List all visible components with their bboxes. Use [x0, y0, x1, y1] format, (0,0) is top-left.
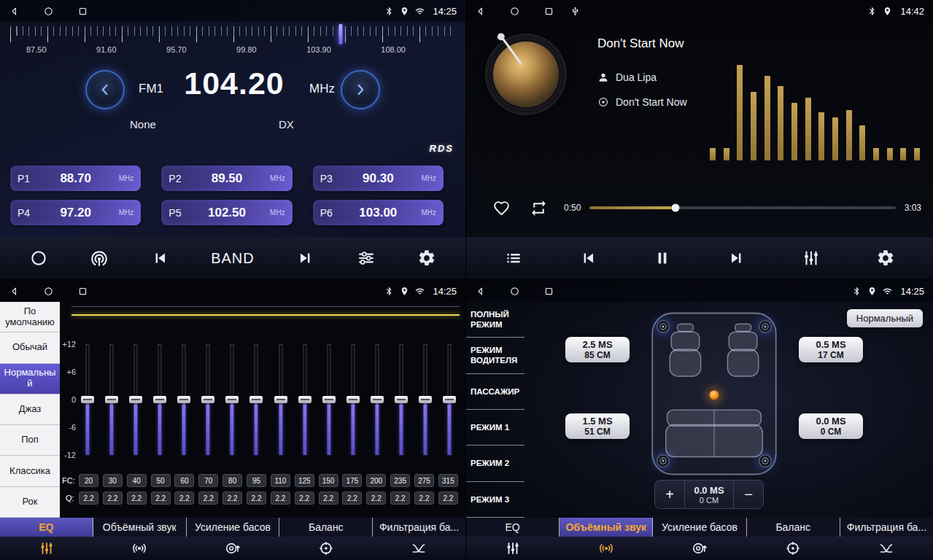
- speaker-rear-left-icon[interactable]: [657, 455, 670, 467]
- eq-band-slider[interactable]: [417, 344, 434, 455]
- tab-eq[interactable]: EQ: [466, 518, 560, 537]
- band-button[interactable]: BAND: [211, 250, 255, 267]
- sound-mode-item[interactable]: РЕЖИМ 2: [466, 446, 524, 481]
- tab-filter[interactable]: Фильтрация ба...: [840, 518, 933, 537]
- radio-preset-button[interactable]: P5 102.50 MHz: [161, 200, 292, 225]
- tab-surround[interactable]: Объёмный звук: [560, 518, 653, 537]
- slider-handle[interactable]: [249, 396, 263, 403]
- slider-handle[interactable]: [225, 396, 239, 403]
- slider-handle[interactable]: [395, 396, 408, 403]
- eq-preset-chip[interactable]: Нормальный: [847, 309, 923, 327]
- slider-handle[interactable]: [298, 396, 311, 403]
- tab-bass-icon-button[interactable]: [186, 540, 279, 556]
- home-icon[interactable]: [509, 286, 520, 297]
- settings-button[interactable]: [417, 249, 436, 268]
- tab-balance[interactable]: Баланс: [747, 518, 840, 537]
- slider-handle[interactable]: [201, 396, 214, 403]
- favorite-button[interactable]: [492, 199, 511, 217]
- eq-band-slider[interactable]: [296, 344, 314, 455]
- slider-handle[interactable]: [177, 396, 190, 403]
- speaker-rear-right-icon[interactable]: [759, 455, 772, 467]
- sound-mode-item[interactable]: РЕЖИМ ВОДИТЕЛЯ: [466, 338, 524, 373]
- back-icon[interactable]: [9, 286, 20, 297]
- recents-icon[interactable]: [543, 286, 554, 297]
- radio-preset-button[interactable]: P3 90.30 MHz: [313, 166, 444, 191]
- eq-band-slider[interactable]: [272, 344, 290, 455]
- sound-mode-item[interactable]: РЕЖИМ 3: [466, 482, 524, 518]
- previous-track-button[interactable]: [578, 249, 597, 268]
- tab-balance-icon-button[interactable]: [746, 540, 840, 556]
- slider-handle[interactable]: [81, 396, 94, 403]
- radio-preset-button[interactable]: P6 103.00 MHz: [313, 200, 444, 225]
- sound-mode-item[interactable]: ПАССАЖИР: [466, 374, 524, 410]
- slider-handle[interactable]: [371, 396, 384, 403]
- eq-preset-item[interactable]: Джаз: [0, 394, 60, 425]
- eq-band-slider[interactable]: [175, 344, 193, 455]
- home-icon[interactable]: [43, 6, 54, 17]
- tab-eq[interactable]: EQ: [0, 518, 93, 537]
- radio-preset-button[interactable]: P4 97.20 MHz: [10, 200, 141, 225]
- back-icon[interactable]: [9, 6, 20, 17]
- tab-surround[interactable]: Объёмный звук: [93, 518, 187, 537]
- slider-handle[interactable]: [274, 396, 287, 403]
- home-icon[interactable]: [43, 286, 54, 297]
- listening-position-marker[interactable]: [710, 390, 719, 400]
- eq-band-slider[interactable]: [320, 344, 338, 455]
- speaker-front-left-icon[interactable]: [657, 321, 670, 333]
- eq-band-slider[interactable]: [368, 344, 386, 455]
- eq-band-slider[interactable]: [151, 344, 169, 455]
- front-left-delay-button[interactable]: 2.5 MS 85 CM: [565, 337, 630, 362]
- eq-preset-item[interactable]: Поп: [0, 425, 60, 456]
- antenna-button[interactable]: [90, 249, 109, 268]
- eq-preset-item[interactable]: По умолчанию: [0, 302, 60, 332]
- tab-surround-icon-button[interactable]: [93, 540, 187, 556]
- settings-button[interactable]: [876, 249, 895, 268]
- tab-eq-icon-button[interactable]: [0, 540, 93, 556]
- eq-band-slider[interactable]: [127, 344, 144, 455]
- back-icon[interactable]: [475, 6, 486, 17]
- recents-icon[interactable]: [543, 6, 554, 17]
- eq-preset-item[interactable]: Классика: [0, 456, 60, 486]
- next-station-button[interactable]: [296, 249, 315, 268]
- tune-down-button[interactable]: [85, 70, 125, 109]
- progress-knob[interactable]: [671, 204, 679, 212]
- decrease-delay-button[interactable]: −: [734, 481, 763, 508]
- rear-right-delay-button[interactable]: 0.0 MS 0 CM: [799, 413, 863, 439]
- rear-left-delay-button[interactable]: 1.5 MS 51 CM: [565, 413, 630, 439]
- frequency-scale[interactable]: [10, 26, 455, 42]
- scan-button[interactable]: [29, 249, 48, 268]
- eq-band-slider[interactable]: [247, 344, 265, 455]
- eq-band-slider[interactable]: [199, 344, 217, 455]
- equalizer-button[interactable]: [802, 249, 821, 268]
- slider-handle[interactable]: [443, 396, 456, 403]
- eq-band-slider[interactable]: [223, 344, 241, 455]
- radio-preset-button[interactable]: P1 88.70 MHz: [10, 166, 141, 191]
- tab-filter-icon-button[interactable]: [372, 540, 465, 556]
- eq-band-slider[interactable]: [392, 344, 410, 455]
- slider-handle[interactable]: [153, 396, 166, 403]
- slider-handle[interactable]: [347, 396, 360, 403]
- tab-surround-icon-button[interactable]: [560, 540, 653, 556]
- eq-band-slider[interactable]: [103, 344, 120, 455]
- front-right-delay-button[interactable]: 0.5 MS 17 CM: [799, 337, 863, 362]
- eq-band-slider[interactable]: [344, 344, 362, 455]
- tab-filter-icon-button[interactable]: [840, 540, 933, 556]
- eq-band-slider[interactable]: [79, 344, 96, 455]
- sound-mode-item[interactable]: РЕЖИМ 1: [466, 410, 524, 446]
- tab-bass-icon-button[interactable]: [653, 540, 746, 556]
- tab-bass-boost[interactable]: Усиление басов: [653, 518, 746, 537]
- slider-handle[interactable]: [419, 396, 432, 403]
- tab-balance[interactable]: Баланс: [279, 518, 373, 537]
- next-track-button[interactable]: [727, 249, 746, 268]
- eq-band-slider[interactable]: [441, 344, 458, 455]
- speaker-front-right-icon[interactable]: [759, 321, 772, 333]
- recents-icon[interactable]: [77, 286, 88, 297]
- seek-bar[interactable]: [589, 206, 895, 209]
- tab-bass-boost[interactable]: Усиление басов: [187, 518, 280, 537]
- tab-filter[interactable]: Фильтрация ба...: [373, 518, 465, 537]
- repeat-button[interactable]: [530, 199, 548, 217]
- tune-up-button[interactable]: [341, 70, 380, 109]
- tab-balance-icon-button[interactable]: [279, 540, 373, 556]
- slider-handle[interactable]: [129, 396, 142, 403]
- previous-station-button[interactable]: [150, 249, 169, 268]
